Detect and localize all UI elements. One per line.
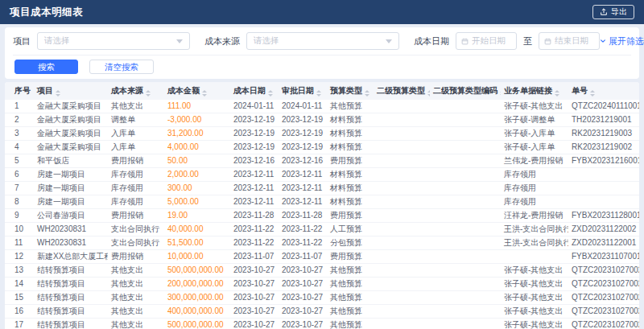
cell-doc-no: TH20231219001 xyxy=(568,113,639,127)
column-header-cost-amount[interactable]: 成本金额 xyxy=(164,82,230,100)
sort-icon[interactable] xyxy=(500,90,501,97)
cell-doc-no: FYBX20231128001 xyxy=(568,209,639,223)
sort-icon[interactable] xyxy=(146,90,151,97)
cell-doc-link[interactable]: 张子硕-其他支出 xyxy=(501,291,568,305)
column-label: 二级预算类型编码 xyxy=(433,86,497,95)
cell-doc-link[interactable]: 张子硕-其他支出 xyxy=(501,264,568,278)
cell-sub-budget-type-code xyxy=(430,209,501,223)
cell-doc-link[interactable]: 张子硕-其他支出 xyxy=(501,319,568,329)
column-header-doc-no[interactable]: 单号 xyxy=(568,82,639,100)
cell-sub-budget-type-code xyxy=(430,223,501,236)
table-row: 11WH20230831支出合同执行51,500.002023-11-22202… xyxy=(5,236,639,250)
cell-cost-amount: 500,000,000.00 xyxy=(164,264,230,278)
cost-source-select[interactable]: 请选择 xyxy=(246,32,399,50)
cell-sub-budget-type-code xyxy=(430,250,501,264)
cell-sub-budget-type xyxy=(374,223,430,236)
cell-index: 14 xyxy=(5,278,34,291)
cell-doc-link xyxy=(501,250,568,264)
cell-doc-link[interactable]: 张子硕-其他支出 xyxy=(501,100,568,113)
cell-doc-no: ZXD20231122001 xyxy=(568,236,639,250)
cell-doc-link[interactable]: 张子硕-入库单 xyxy=(501,141,568,154)
cell-budget-type: 费用预算 xyxy=(327,250,374,264)
cell-sub-budget-type-code xyxy=(430,236,501,250)
column-header-cost-date[interactable]: 成本日期 xyxy=(230,82,279,100)
end-date-placeholder: 结束日期 xyxy=(555,35,588,47)
search-button[interactable]: 搜索 xyxy=(14,60,78,74)
cell-approval-date: 2023-11-22 xyxy=(279,236,327,250)
cell-doc-link[interactable]: 兰伟龙-费用报销 xyxy=(501,154,568,168)
cell-doc-link[interactable]: 王洪-支出合同执行 xyxy=(501,236,568,250)
project-select[interactable]: 请选择 xyxy=(37,32,190,50)
cell-sub-budget-type-code xyxy=(430,264,501,278)
sort-icon[interactable] xyxy=(202,90,207,97)
column-header-approval-date[interactable]: 审批日期 xyxy=(279,82,327,100)
column-header-cost-source[interactable]: 成本来源 xyxy=(108,82,164,100)
cell-doc-link[interactable]: 张子硕-入库单 xyxy=(501,127,568,141)
cell-cost-source: 其他支出 xyxy=(108,278,164,291)
sort-icon[interactable] xyxy=(268,90,273,97)
cost-source-filter: 成本来源 请选择 xyxy=(204,32,399,50)
cell-project: 结转预算项目 xyxy=(34,264,108,278)
cell-doc-link[interactable]: 库存领用 xyxy=(501,195,568,209)
start-date-placeholder: 开始日期 xyxy=(472,35,506,47)
cell-doc-no: FYBX20231216001 xyxy=(568,154,639,168)
cell-sub-budget-type xyxy=(374,154,430,168)
cell-doc-no: ZXD20231122002 xyxy=(568,223,639,236)
column-label: 预算类型 xyxy=(330,86,362,95)
calendar-icon xyxy=(461,38,469,45)
cell-approval-date: 2023-12-11 xyxy=(279,182,327,195)
cost-date-filter-label: 成本日期 xyxy=(414,35,449,47)
sort-icon[interactable] xyxy=(427,90,430,97)
cell-sub-budget-type-code xyxy=(430,305,501,319)
table-header-row: 序号项目成本来源成本金额成本日期审批日期预算类型二级预算类型二级预算类型编码业务… xyxy=(5,82,639,100)
page-title: 项目成本明细表 xyxy=(10,6,83,19)
cell-project: 房建一期项目 xyxy=(34,168,108,182)
table-body: 1金融大厦采购项目其他支出111.002024-01-112024-01-11其… xyxy=(5,100,639,329)
start-date-input[interactable]: 开始日期 xyxy=(456,32,517,50)
chevron-down-icon xyxy=(176,39,183,43)
cell-budget-type: 费用预算 xyxy=(327,209,374,223)
cell-doc-link[interactable]: 张子硕-其他支出 xyxy=(501,278,568,291)
cell-doc-link[interactable]: 库存领用 xyxy=(501,182,568,195)
cell-doc-link[interactable]: 王洪-支出合同执行 xyxy=(501,223,568,236)
cell-doc-link[interactable]: 张子硕-其他支出 xyxy=(501,305,568,319)
cell-project: WH20230831 xyxy=(34,236,108,250)
cell-doc-no: QTZC20240111001 xyxy=(568,100,639,113)
table-row: 17结转预算项目其他支出500,000,000.002023-10-272023… xyxy=(5,319,639,329)
app: 项目成本明细表 导出 项目 请选择 成本来源 请选择 xyxy=(0,0,644,329)
cell-doc-link[interactable]: 汪祥龙-费用报销 xyxy=(501,209,568,223)
column-header-sub-budget-type[interactable]: 二级预算类型 xyxy=(374,82,430,100)
sort-icon[interactable] xyxy=(365,90,369,97)
cell-sub-budget-type xyxy=(374,168,430,182)
column-label: 项目 xyxy=(37,86,53,95)
clear-search-button[interactable]: 清空搜索 xyxy=(89,60,154,74)
export-label: 导出 xyxy=(611,6,627,18)
column-header-project[interactable]: 项目 xyxy=(34,82,108,100)
sort-icon[interactable] xyxy=(56,90,60,97)
expand-filter-toggle[interactable]: 展开筛选 xyxy=(600,35,644,47)
cell-cost-amount: 51,500.00 xyxy=(164,236,230,250)
export-button[interactable]: 导出 xyxy=(592,5,634,19)
cell-cost-date: 2024-01-11 xyxy=(230,100,279,113)
filter-panel: 项目 请选择 成本来源 请选择 成本日期 开始日 xyxy=(5,27,639,79)
cell-budget-type: 材料预算 xyxy=(327,141,374,154)
sort-icon[interactable] xyxy=(555,90,559,97)
cell-index: 7 xyxy=(5,182,34,195)
cell-index: 5 xyxy=(5,154,34,168)
cell-doc-link[interactable]: 张子硕-调整单 xyxy=(501,113,568,127)
column-header-sub-budget-type-code[interactable]: 二级预算类型编码 xyxy=(430,82,501,100)
sort-icon[interactable] xyxy=(316,90,321,97)
column-header-budget-type[interactable]: 预算类型 xyxy=(327,82,374,100)
cell-sub-budget-type xyxy=(374,305,430,319)
column-header-doc-link[interactable]: 业务单据链接 xyxy=(501,82,568,100)
cell-budget-type: 其他预算 xyxy=(327,100,374,113)
cell-doc-link[interactable]: 库存领用 xyxy=(501,168,568,182)
cell-cost-source: 入库单 xyxy=(108,141,164,154)
end-date-input[interactable]: 结束日期 xyxy=(539,32,600,50)
cell-doc-no: QTZC20231027002 xyxy=(568,278,639,291)
sort-icon[interactable] xyxy=(590,90,595,97)
cell-cost-date: 2023-12-11 xyxy=(230,168,279,182)
date-range-separator: 至 xyxy=(523,35,532,47)
cell-index: 16 xyxy=(5,305,34,319)
cell-budget-type: 材料预算 xyxy=(327,182,374,195)
